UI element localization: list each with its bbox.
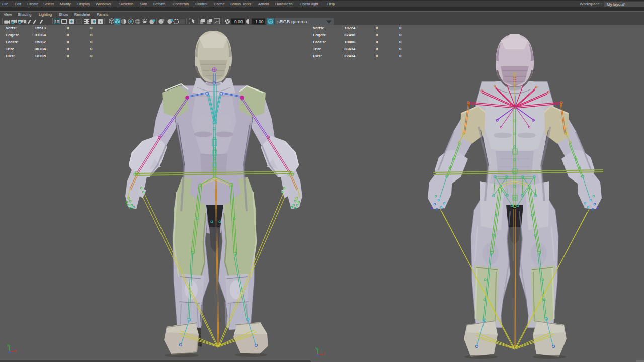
svg-text:GPU: GPU <box>268 21 273 23</box>
svg-text:T: T <box>99 20 102 24</box>
svg-text:y: y <box>7 343 9 347</box>
svg-text:x: x <box>323 351 325 356</box>
svg-text:y: y <box>315 346 317 350</box>
svg-text:sRGB gamma: sRGB gamma <box>277 19 307 24</box>
svg-text:0.00: 0.00 <box>234 19 243 24</box>
svg-text:x: x <box>15 348 17 353</box>
svg-text:z: z <box>10 350 12 354</box>
svg-text:1.00: 1.00 <box>255 19 264 24</box>
svg-text:z: z <box>318 353 320 357</box>
